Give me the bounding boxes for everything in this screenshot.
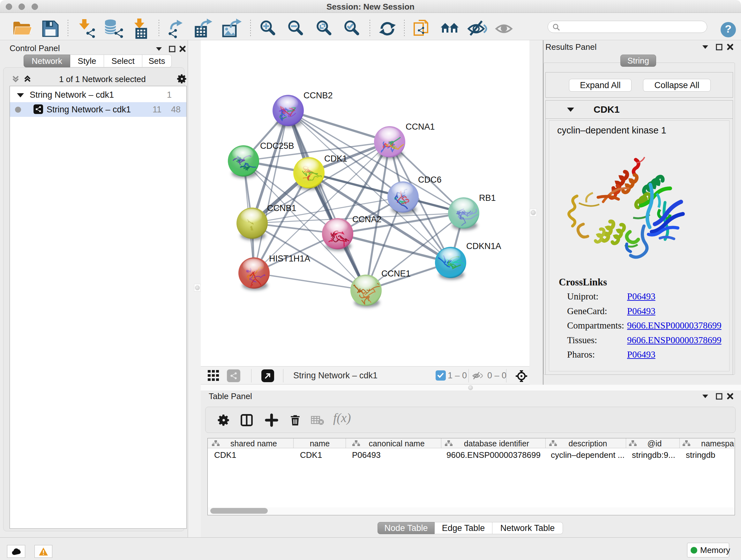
svg-text:CDK1: CDK1 [324,154,347,164]
svg-text:CCNB1: CCNB1 [267,203,296,213]
svg-text:CCNE1: CCNE1 [381,269,411,278]
svg-text:CCNA1: CCNA1 [406,122,435,132]
svg-text:RB1: RB1 [479,193,496,203]
svg-text:HIST1H1A: HIST1H1A [269,254,310,263]
svg-text:CDC25B: CDC25B [260,141,294,151]
svg-text:CCNB2: CCNB2 [304,91,333,100]
svg-text:CDKN1A: CDKN1A [466,241,501,251]
svg-text:CDC6: CDC6 [418,175,442,185]
svg-text:CCNA2: CCNA2 [352,214,382,224]
